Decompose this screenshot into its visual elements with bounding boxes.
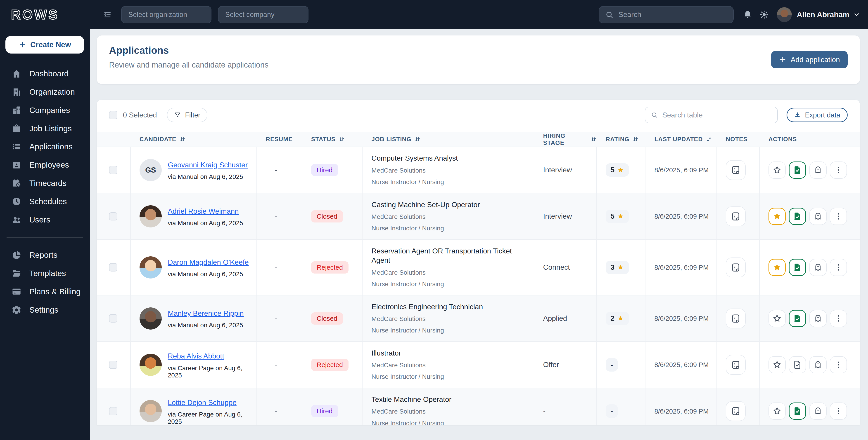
export-data-button[interactable]: Export data	[786, 108, 848, 122]
search-icon	[605, 11, 614, 19]
ghost-button[interactable]	[809, 310, 827, 327]
job-company: MedCare Solutions	[372, 315, 426, 323]
sidebar-item-applications[interactable]: Applications	[0, 138, 90, 156]
buildings-icon	[11, 105, 22, 115]
ghost-icon	[813, 360, 823, 370]
row-checkbox[interactable]	[109, 361, 117, 369]
user-avatar[interactable]	[777, 7, 792, 22]
notifications-button[interactable]	[742, 8, 754, 21]
column-header-rating[interactable]: RATING	[597, 132, 646, 147]
candidate-name-link[interactable]: Geovanni Kraig Schuster	[168, 161, 248, 169]
sidebar-item-templates[interactable]: Templates	[0, 264, 90, 282]
row-checkbox[interactable]	[109, 407, 117, 415]
resume-review-button[interactable]	[789, 162, 806, 179]
company-select[interactable]: Select company	[218, 6, 308, 23]
filter-button[interactable]: Filter	[167, 108, 208, 122]
status-badge: Closed	[311, 312, 343, 325]
favorite-button[interactable]	[769, 356, 786, 373]
row-menu-button[interactable]	[830, 162, 847, 179]
page-title: Applications	[109, 45, 848, 56]
candidate-name-link[interactable]: Manley Berenice Rippin	[168, 309, 244, 317]
table-search-input[interactable]	[662, 111, 772, 119]
applications-table: CANDIDATE RESUME STATUS JOB LISTING HIRI…	[97, 132, 860, 425]
row-menu-button[interactable]	[830, 310, 847, 327]
user-menu[interactable]: Allen Abraham	[797, 10, 868, 19]
sidebar-item-settings[interactable]: Settings	[0, 301, 90, 319]
file-check-icon	[793, 212, 802, 221]
resume-review-button[interactable]	[789, 310, 806, 327]
row-menu-button[interactable]	[830, 208, 847, 225]
job-company: MedCare Solutions	[372, 361, 426, 370]
row-menu-button[interactable]	[830, 356, 847, 373]
job-listing-cell: Illustrator MedCare Solutions Nurse Inst…	[363, 342, 534, 387]
notes-button[interactable]	[726, 401, 746, 421]
ghost-button[interactable]	[809, 162, 827, 179]
resume-review-button[interactable]	[789, 356, 806, 373]
gear-icon	[11, 305, 22, 315]
row-checkbox[interactable]	[109, 212, 117, 221]
candidate-name-link[interactable]: Lottie Dejon Schuppe	[168, 399, 237, 407]
row-menu-button[interactable]	[830, 259, 847, 276]
row-menu-button[interactable]	[830, 403, 847, 420]
selected-count: 0 Selected	[123, 111, 157, 119]
sidebar-item-users[interactable]: Users	[0, 211, 90, 229]
status-cell: Rejected	[302, 240, 363, 295]
column-header-status[interactable]: STATUS	[302, 132, 363, 147]
column-header-job-listing[interactable]: JOB LISTING	[363, 132, 534, 147]
notes-button[interactable]	[726, 355, 746, 375]
sidebar-item-reports[interactable]: Reports	[0, 246, 90, 264]
favorite-button[interactable]	[769, 208, 786, 225]
avatar	[140, 354, 162, 376]
resume-review-button[interactable]	[789, 208, 806, 225]
sidebar-item-timecards[interactable]: Timecards	[0, 174, 90, 193]
sidebar-item-schedules[interactable]: Schedules	[0, 193, 90, 211]
favorite-button[interactable]	[769, 162, 786, 179]
organization-select[interactable]: Select organization	[121, 6, 212, 23]
sidebar-item-dashboard[interactable]: Dashboard	[0, 65, 90, 83]
sidebar: Create New Dashboard Organization Compan…	[0, 29, 90, 440]
status-cell: Closed	[302, 296, 363, 341]
resume-review-button[interactable]	[789, 259, 806, 276]
notes-cell	[717, 342, 760, 387]
notes-cell	[717, 193, 760, 239]
ghost-button[interactable]	[809, 259, 827, 276]
ghost-button[interactable]	[809, 356, 827, 373]
candidate-name-link[interactable]: Adriel Rosie Weimann	[168, 207, 239, 215]
favorite-button[interactable]	[769, 259, 786, 276]
sidebar-item-organization[interactable]: Organization	[0, 83, 90, 101]
brand: ROWS	[0, 7, 90, 22]
row-checkbox[interactable]	[109, 263, 117, 271]
chevron-down-icon	[853, 11, 860, 18]
note-icon	[731, 360, 741, 370]
ghost-button[interactable]	[809, 208, 827, 225]
add-application-button[interactable]: Add application	[771, 51, 847, 68]
notes-button[interactable]	[726, 258, 746, 277]
rating-badge: 5	[606, 163, 629, 177]
column-header-candidate[interactable]: CANDIDATE	[131, 132, 257, 147]
job-title: Electronics Engineering Technician	[372, 302, 483, 312]
row-checkbox[interactable]	[109, 166, 117, 174]
notes-button[interactable]	[726, 309, 746, 329]
sidebar-toggle-button[interactable]	[101, 8, 115, 21]
global-search-input[interactable]: Search	[599, 6, 734, 23]
resume-review-button[interactable]	[789, 403, 806, 420]
sidebar-item-job-listings[interactable]: Job Listings	[0, 120, 90, 138]
favorite-button[interactable]	[769, 403, 786, 420]
sidebar-item-companies[interactable]: Companies	[0, 101, 90, 120]
calendar-clock-icon	[11, 178, 22, 188]
sidebar-item-employees[interactable]: Employees	[0, 156, 90, 174]
candidate-name-link[interactable]: Daron Magdalen O'Keefe	[168, 258, 249, 267]
theme-toggle-button[interactable]	[758, 8, 770, 21]
sidebar-item-plans-billing[interactable]: Plans & Billing	[0, 282, 90, 301]
candidate-name-link[interactable]: Reba Alvis Abbott	[168, 352, 224, 360]
row-checkbox[interactable]	[109, 314, 117, 323]
notes-button[interactable]	[726, 160, 746, 180]
rating-cell: -	[597, 388, 646, 425]
notes-button[interactable]	[726, 206, 746, 226]
ghost-button[interactable]	[809, 403, 827, 420]
select-all-checkbox[interactable]	[109, 111, 117, 119]
create-new-button[interactable]: Create New	[5, 36, 84, 54]
column-header-hiring-stage[interactable]: HIRING STAGE	[534, 132, 597, 147]
column-header-last-updated[interactable]: LAST UPDATED	[646, 132, 717, 147]
favorite-button[interactable]	[769, 310, 786, 327]
